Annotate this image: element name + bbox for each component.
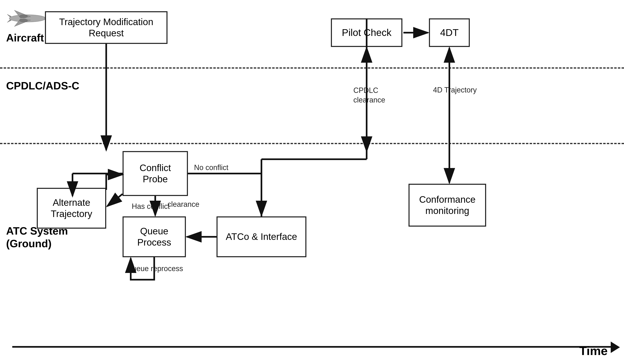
atco-interface-box: ATCo & Interface (216, 217, 306, 257)
arrows-overlay (0, 0, 624, 364)
time-axis (12, 346, 612, 348)
four-dt-box: 4DT (429, 18, 470, 47)
no-conflict-label: No conflict (194, 163, 228, 172)
queue-process-box: Queue Process (123, 217, 186, 257)
aircraft-lane-label: Aircraft (6, 32, 44, 44)
cpdlc-clearance-label: CPDLC clearance (353, 86, 385, 105)
diagram-container: Aircraft CPDLC/ADS-C ATC System (Ground)… (0, 0, 624, 364)
queue-reprocess-label: Queue reprocess (127, 264, 183, 273)
svg-point-2 (19, 19, 27, 22)
has-conflict-label: Has conflict (132, 202, 170, 211)
time-label: Time (579, 344, 608, 358)
conformance-monitoring-box: Conformance monitoring (409, 184, 486, 227)
four-d-trajectory-label: 4D Trajectory (433, 86, 477, 94)
separator-line-2 (0, 143, 624, 144)
alternate-trajectory-box: Alternate Trajectory (37, 188, 106, 229)
trajectory-modification-box: Trajectory Modification Request (45, 11, 167, 44)
separator-line-1 (0, 67, 624, 69)
pilot-check-box: Pilot Check (331, 18, 402, 47)
svg-point-1 (19, 15, 27, 18)
conflict-probe-box: Conflict Probe (123, 151, 188, 196)
aircraft-icon (4, 6, 51, 31)
cpdlc-lane-label: CPDLC/ADS-C (6, 80, 79, 92)
clearance-label: clearance (167, 200, 199, 209)
svg-line-7 (107, 194, 123, 206)
